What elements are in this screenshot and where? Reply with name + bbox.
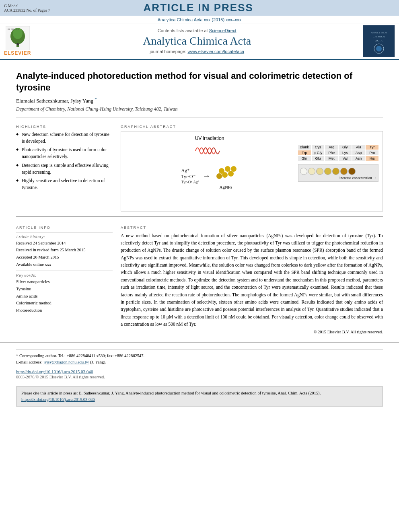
graphical-abstract-box: UV irradiation Ag⁺ T: [121, 131, 383, 212]
keyword-4: Colorimetric method: [16, 300, 113, 307]
contents-available: Contents lists available at ScienceDirec…: [31, 28, 363, 33]
rights-text: 0003-2670/© 2015 Elsevier B.V. All right…: [16, 375, 383, 379]
citation-box: Please cite this article in press as: E.…: [16, 386, 383, 407]
elsevier-tree-icon: ELSEVIER: [6, 26, 30, 50]
amino-pgly: p-Gly: [312, 150, 325, 155]
amino-phe: Phe: [325, 150, 338, 155]
amino-ala: Ala: [352, 145, 365, 150]
journal-title-row: ELSEVIER ELSEVIER Contents lists availab…: [0, 23, 399, 59]
amino-asp: Asp: [352, 150, 365, 155]
article-in-press-title: ARTICLE IN PRESS: [50, 2, 347, 14]
abstract-section: ABSTRACT A new method based on photochem…: [121, 222, 383, 334]
color-dot-6: [340, 168, 348, 175]
keyword-3: Amino acids: [16, 293, 113, 300]
history-label: Article history:: [16, 235, 113, 239]
uv-label: UV irradiation: [125, 136, 294, 141]
amino-pro: Pro: [366, 150, 378, 155]
highlights-list: New detection scheme for detection of ty…: [16, 131, 113, 191]
svg-point-13: [225, 166, 230, 172]
affiliation: Department of Chemistry, National Chung-…: [16, 106, 383, 112]
available-date: Available online xxx: [16, 261, 113, 268]
svg-point-4: [16, 43, 19, 45]
nanoparticles-icon: [214, 163, 238, 183]
amino-trp: Trp: [298, 150, 311, 155]
products: AgNPs: [214, 163, 238, 189]
amino-met: Met: [325, 156, 338, 161]
author-email-link[interactable]: jyisy@dragon.nchu.edu.tw: [43, 360, 89, 364]
footer-divider: [16, 349, 383, 349]
accepted-date: Accepted 26 March 2015: [16, 254, 113, 261]
journal-top-link: Analytica Chimica Acta xxx (2015) xxx–xx…: [0, 16, 399, 23]
amino-arg: Arg: [325, 145, 338, 150]
highlights-label: HIGHLIGHTS: [16, 125, 113, 129]
color-dot-3: [316, 168, 323, 175]
keywords-label: Keywords:: [16, 273, 113, 277]
amino-val: Val: [339, 156, 352, 161]
color-concentration-strip: increase concentration →: [298, 164, 378, 182]
color-dot-7: [348, 168, 356, 175]
amino-gln: Gln: [298, 156, 311, 161]
reaction-row: Ag⁺ Tyr-O⁻ Tyr-O• Ag¹ →: [125, 163, 294, 189]
amino-asn: Asn: [352, 156, 365, 161]
highlights-ga-row: HIGHLIGHTS New detection scheme for dete…: [16, 121, 383, 212]
keyword-2: Tyrosine: [16, 286, 113, 293]
divider-1: [16, 117, 383, 117]
amino-tyr: Tyr: [366, 145, 378, 150]
ga-amino-section: Blank Cys Arg Gly Ala Tyr Trp p-Gly Phe …: [298, 145, 378, 182]
svg-text:ELSEVIER: ELSEVIER: [8, 28, 20, 31]
article-title: Analyte-induced photoreduction method fo…: [16, 70, 383, 93]
amino-lys: Lys: [339, 150, 352, 155]
uv-squiggly-icon: [193, 143, 226, 159]
article-info-label: ARTICLE INFO: [16, 226, 113, 230]
article-info-section: ARTICLE INFO Article history: Received 2…: [16, 222, 113, 334]
increase-concentration-label: increase concentration →: [300, 176, 376, 180]
svg-text:ACTA: ACTA: [375, 39, 383, 42]
journal-homepage-link[interactable]: www.elsevier.com/locate/aca: [187, 49, 244, 54]
revised-date: Received in revised form 25 March 2015: [16, 246, 113, 254]
color-dot-1: [300, 168, 307, 175]
doi-section: http://dx.doi.org/10.1016/j.aca.2015.03.…: [16, 368, 383, 375]
abstract-label: ABSTRACT: [121, 226, 383, 230]
svg-text:ANALYTICA: ANALYTICA: [371, 31, 387, 34]
graphical-abstract-label: GRAPHICAL ABSTRACT: [121, 125, 383, 129]
svg-point-17: [231, 166, 237, 172]
agnps-label: AgNPs: [214, 185, 238, 189]
journal-cover-image: ANALYTICA CHIMICA ACTA: [363, 25, 395, 57]
color-dot-2: [308, 168, 315, 175]
color-dots-row: [300, 168, 376, 175]
elsevier-label: ELSEVIER: [4, 50, 31, 56]
copyright: © 2015 Elsevier B.V. All rights reserved…: [121, 330, 383, 334]
svg-point-16: [216, 173, 222, 179]
info-divider: [16, 232, 113, 232]
amino-gly: Gly: [339, 145, 352, 150]
article-footer: * Corresponding author. Tel.: +886 42284…: [0, 342, 399, 383]
info-abstract-row: ARTICLE INFO Article history: Received 2…: [16, 222, 383, 334]
amino-his: His: [366, 156, 378, 161]
elsevier-logo: ELSEVIER ELSEVIER: [4, 26, 31, 56]
highlights-section: HIGHLIGHTS New detection scheme for dete…: [16, 121, 113, 212]
highlight-item-4: Highly sensitive and selective in detect…: [16, 177, 113, 191]
keywords-divider: [16, 271, 113, 271]
highlight-item-1: New detection scheme for detection of ty…: [16, 131, 113, 145]
svg-point-11: [376, 46, 382, 51]
journal-header: Analytica Chimica Acta xxx (2015) xxx–xx…: [0, 16, 399, 60]
amino-cys: Cys: [312, 145, 325, 150]
received-date: Received 24 September 2014: [16, 240, 113, 247]
journal-name: Analytica Chimica Acta: [31, 35, 363, 47]
svg-point-15: [228, 171, 234, 177]
keyword-1: Silver nanoparticles: [16, 278, 113, 286]
highlight-item-2: Photoactivity of tyrosine is used to for…: [16, 146, 113, 160]
doi-link[interactable]: http://dx.doi.org/10.1016/j.aca.2015.03.…: [16, 369, 93, 374]
reaction-arrow-icon: →: [202, 171, 210, 181]
article-content: Analyte-induced photoreduction method fo…: [0, 60, 399, 338]
svg-point-14: [222, 172, 228, 178]
amino-grid: Blank Cys Arg Gly Ala Tyr Trp p-Gly Phe …: [298, 145, 378, 161]
amino-blank: Blank: [298, 145, 311, 150]
keyword-5: Photoreduction: [16, 307, 113, 314]
graphical-abstract-section: GRAPHICAL ABSTRACT UV irradiation: [121, 121, 383, 212]
citation-doi-link[interactable]: http://dx.doi.org/10.1016/j.aca.2015.03.…: [21, 397, 95, 402]
model-code: G Model ACA 233832 No. of Pages 7: [4, 4, 50, 12]
divider-2: [16, 216, 383, 217]
ga-diagram: UV irradiation Ag⁺ T: [125, 136, 294, 191]
sciencedirect-link[interactable]: ScienceDirect: [209, 28, 237, 33]
